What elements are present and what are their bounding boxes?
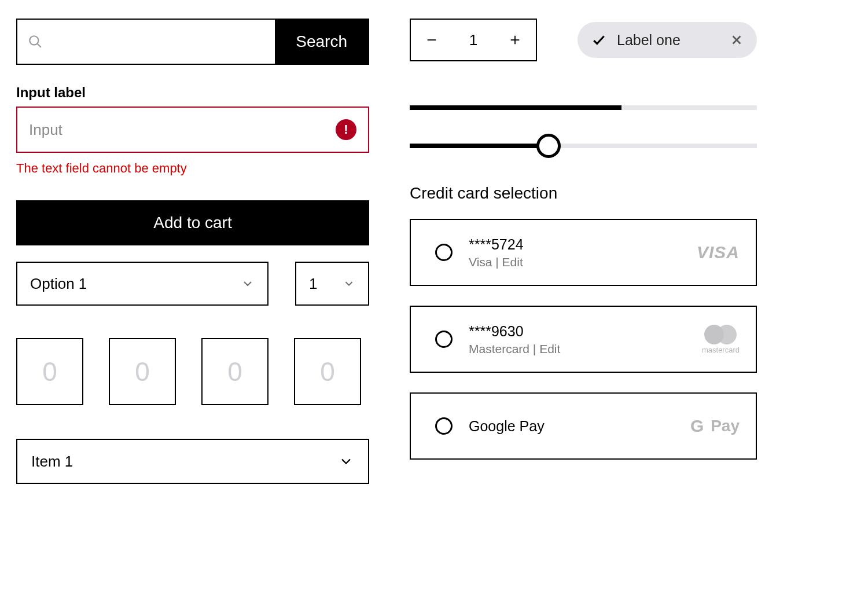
credit-card-option-googlepay[interactable]: Google Pay G Pay [410,392,757,460]
qty-select[interactable]: 1 [295,262,369,306]
stepper-value: 1 [453,20,494,60]
add-to-cart-button[interactable]: Add to cart [16,200,369,245]
otp-digit-1[interactable] [16,338,83,405]
visa-logo: VISA [697,243,740,262]
quantity-stepper: 1 [410,19,537,61]
chevron-down-icon [241,277,255,291]
progress-bar [410,105,757,110]
search-bar: Search [16,19,369,65]
otp-digit-4[interactable] [294,338,361,405]
otp-row [16,338,369,405]
slider-thumb[interactable] [536,134,561,158]
google-pay-logo: G Pay [690,416,740,436]
search-input-wrap [17,20,275,64]
slider[interactable] [410,144,757,148]
search-input[interactable] [50,34,264,50]
slider-fill [410,144,549,148]
chip-label: Label one [617,32,720,49]
filter-chip[interactable]: Label one [578,22,757,58]
card-number: Google Pay [469,418,674,435]
mastercard-logo: mastercard [702,325,740,354]
chevron-down-icon [343,277,355,290]
input-label: Input label [16,85,369,101]
radio-icon[interactable] [435,331,453,348]
check-icon [591,32,606,47]
chevron-down-icon [338,453,354,469]
item-select-value: Item 1 [31,453,73,471]
otp-digit-2[interactable] [109,338,176,405]
search-icon [28,34,43,49]
radio-icon[interactable] [435,417,453,435]
text-input-error[interactable] [29,121,329,139]
card-number: ****5724 [469,236,681,253]
card-number: ****9630 [469,323,686,340]
error-input-wrap: ! [16,107,369,153]
error-message: The text field cannot be empty [16,161,369,176]
stepper-decrement[interactable] [411,20,453,60]
stepper-increment[interactable] [494,20,536,60]
svg-line-1 [37,43,41,47]
card-subtext: Visa | Edit [469,255,681,269]
qty-select-value: 1 [309,275,317,293]
svg-point-0 [30,36,38,45]
otp-digit-3[interactable] [201,338,269,405]
credit-card-option-visa[interactable]: ****5724 Visa | Edit VISA [410,219,757,286]
progress-fill [410,105,621,110]
card-subtext: Mastercard | Edit [469,342,686,356]
option-select[interactable]: Option 1 [16,262,269,306]
item-select[interactable]: Item 1 [16,439,369,484]
credit-card-option-mastercard[interactable]: ****9630 Mastercard | Edit mastercard [410,306,757,373]
credit-card-heading: Credit card selection [410,184,757,203]
error-icon: ! [336,119,356,140]
close-icon[interactable] [730,34,743,46]
radio-icon[interactable] [435,244,453,261]
search-button[interactable]: Search [275,20,368,64]
option-select-value: Option 1 [30,275,87,293]
